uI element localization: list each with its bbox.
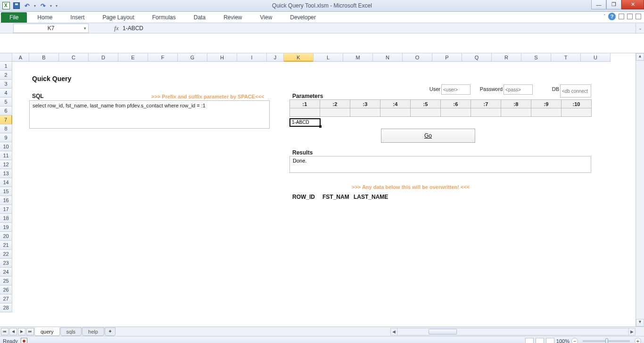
row-header-7[interactable]: 7 bbox=[0, 115, 12, 124]
row-header-12[interactable]: 12 bbox=[0, 160, 12, 169]
row-header-21[interactable]: 21 bbox=[0, 241, 12, 250]
col-header-J[interactable]: J bbox=[267, 53, 284, 62]
row-header-19[interactable]: 19 bbox=[0, 223, 12, 232]
redo-icon[interactable]: ↷ bbox=[39, 1, 47, 10]
horizontal-scrollbar[interactable]: ◀ ▶ bbox=[390, 328, 636, 335]
worksheet-grid[interactable]: ABCDEFGHIJKLMNOPQRSTU 123456789101112131… bbox=[0, 53, 644, 327]
col-header-G[interactable]: G bbox=[178, 53, 207, 62]
selected-cell[interactable]: 1-ABCD bbox=[289, 118, 321, 127]
vertical-scrollbar[interactable]: ▲ ▼ bbox=[636, 53, 644, 327]
row-header-15[interactable]: 15 bbox=[0, 187, 12, 196]
col-header-U[interactable]: U bbox=[581, 53, 611, 62]
password-input[interactable] bbox=[504, 84, 533, 95]
col-header-O[interactable]: O bbox=[403, 53, 432, 62]
row-header-13[interactable]: 13 bbox=[0, 169, 12, 178]
col-header-A[interactable]: A bbox=[12, 53, 29, 62]
formula-expand-icon[interactable]: ⌄ bbox=[636, 23, 644, 33]
row-header-23[interactable]: 23 bbox=[0, 259, 12, 268]
row-header-1[interactable]: 1 bbox=[0, 62, 12, 71]
zoom-slider[interactable] bbox=[583, 340, 630, 342]
hscroll-thumb[interactable] bbox=[429, 329, 457, 335]
minimize-button[interactable]: — bbox=[591, 0, 606, 9]
tab-view[interactable]: View bbox=[253, 12, 280, 23]
sheet-tab-sqls[interactable]: sqls bbox=[60, 327, 82, 336]
name-box[interactable]: K7 bbox=[13, 24, 89, 33]
col-header-R[interactable]: R bbox=[492, 53, 521, 62]
db-input[interactable] bbox=[560, 84, 591, 98]
param-cell-8[interactable] bbox=[501, 108, 531, 117]
scroll-right-icon[interactable]: ▶ bbox=[628, 328, 635, 335]
sheet-tab-query[interactable]: query bbox=[34, 327, 60, 336]
col-header-H[interactable]: H bbox=[207, 53, 237, 62]
param-cell-6[interactable] bbox=[441, 108, 471, 117]
col-header-D[interactable]: D bbox=[89, 53, 118, 62]
row-header-5[interactable]: 5 bbox=[0, 98, 12, 106]
row-header-22[interactable]: 22 bbox=[0, 250, 12, 259]
help-icon[interactable]: ? bbox=[608, 13, 616, 20]
tab-nav-first-icon[interactable]: ⏮ bbox=[1, 328, 8, 335]
redo-dropdown-icon[interactable]: ▾ bbox=[49, 4, 53, 8]
col-header-C[interactable]: C bbox=[59, 53, 89, 62]
row-header-16[interactable]: 16 bbox=[0, 196, 12, 205]
tab-nav-next-icon[interactable]: ▶ bbox=[18, 328, 25, 335]
col-header-K[interactable]: K bbox=[284, 53, 314, 62]
row-header-8[interactable]: 8 bbox=[0, 124, 12, 133]
tab-review[interactable]: Review bbox=[216, 12, 249, 23]
col-header-P[interactable]: P bbox=[432, 53, 462, 62]
param-cell-2[interactable] bbox=[320, 108, 350, 117]
param-cell-7[interactable] bbox=[471, 108, 501, 117]
zoom-in-button[interactable]: + bbox=[635, 338, 641, 343]
scroll-left-icon[interactable]: ◀ bbox=[391, 328, 397, 335]
tab-nav-prev-icon[interactable]: ◀ bbox=[9, 328, 17, 335]
col-header-T[interactable]: T bbox=[551, 53, 581, 62]
select-all-corner[interactable] bbox=[0, 53, 12, 62]
sheet-tab-help[interactable]: help bbox=[82, 327, 104, 336]
row-header-26[interactable]: 26 bbox=[0, 286, 12, 294]
tab-data[interactable]: Data bbox=[186, 12, 213, 23]
formula-input[interactable] bbox=[121, 24, 636, 33]
cells-canvas[interactable]: Quick Query SQL >>> Prefix and suffix pa… bbox=[12, 62, 636, 327]
user-input[interactable] bbox=[441, 84, 471, 95]
save-icon[interactable] bbox=[12, 1, 21, 10]
fx-icon[interactable]: fx bbox=[112, 24, 121, 32]
col-header-L[interactable]: L bbox=[314, 53, 343, 62]
parameters-table[interactable]: :1:2:3:4:5:6:7:8:9:10 bbox=[289, 99, 592, 117]
param-cell-10[interactable] bbox=[561, 108, 592, 117]
col-header-E[interactable]: E bbox=[118, 53, 148, 62]
undo-icon[interactable]: ↶ bbox=[23, 1, 31, 10]
col-header-B[interactable]: B bbox=[29, 53, 59, 62]
tab-page-layout[interactable]: Page Layout bbox=[95, 12, 141, 23]
row-header-28[interactable]: 28 bbox=[0, 303, 12, 312]
new-sheet-icon[interactable]: ✦ bbox=[105, 327, 116, 336]
tab-insert[interactable]: Insert bbox=[63, 12, 92, 23]
close-button[interactable]: ✕ bbox=[621, 0, 644, 9]
row-header-27[interactable]: 27 bbox=[0, 294, 12, 303]
tab-developer[interactable]: Developer bbox=[282, 12, 323, 23]
view-normal-icon[interactable] bbox=[525, 338, 534, 343]
zoom-out-button[interactable]: − bbox=[571, 338, 578, 343]
param-cell-4[interactable] bbox=[380, 108, 411, 117]
row-header-25[interactable]: 25 bbox=[0, 277, 12, 286]
row-header-9[interactable]: 9 bbox=[0, 133, 12, 142]
param-cell-5[interactable] bbox=[411, 108, 441, 117]
row-header-11[interactable]: 11 bbox=[0, 151, 12, 160]
scroll-down-icon[interactable]: ▼ bbox=[636, 319, 644, 327]
tab-home[interactable]: Home bbox=[30, 12, 60, 23]
col-header-M[interactable]: M bbox=[343, 53, 373, 62]
undo-dropdown-icon[interactable]: ▾ bbox=[33, 4, 37, 8]
sql-textarea[interactable]: select row_id, fst_name, last_name from … bbox=[29, 100, 270, 129]
row-header-17[interactable]: 17 bbox=[0, 205, 12, 214]
param-cell-3[interactable] bbox=[350, 108, 380, 117]
tab-formulas[interactable]: Formulas bbox=[145, 12, 183, 23]
fill-handle[interactable] bbox=[319, 125, 322, 128]
zoom-level[interactable]: 100% bbox=[556, 338, 570, 343]
col-header-Q[interactable]: Q bbox=[462, 53, 492, 62]
go-button[interactable]: Go bbox=[381, 129, 475, 143]
col-header-I[interactable]: I bbox=[237, 53, 267, 62]
row-header-6[interactable]: 6 bbox=[0, 106, 12, 115]
col-header-N[interactable]: N bbox=[373, 53, 403, 62]
view-page-break-icon[interactable] bbox=[546, 338, 554, 343]
maximize-button[interactable]: ❐ bbox=[606, 0, 621, 9]
row-header-2[interactable]: 2 bbox=[0, 71, 12, 80]
excel-app-icon[interactable] bbox=[2, 1, 10, 10]
